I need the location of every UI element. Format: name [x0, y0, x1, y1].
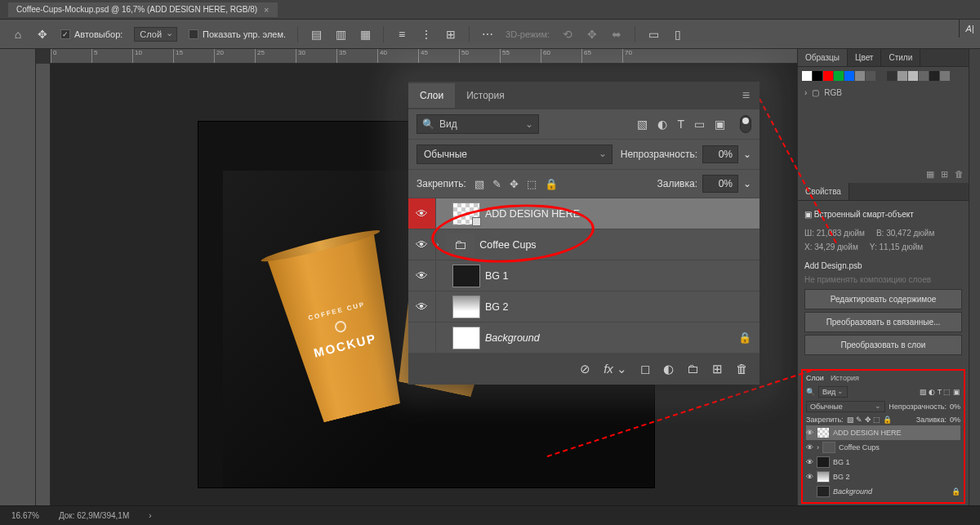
visibility-eye-icon[interactable]: 👁	[408, 323, 436, 353]
layer-row[interactable]: 👁BG 2	[408, 291, 760, 323]
filter-smart-icon[interactable]: ▣	[715, 118, 725, 131]
layer-row[interactable]: 👁BG 1	[408, 260, 760, 291]
tab-color[interactable]: Цвет	[848, 49, 881, 66]
orbit-3d-icon[interactable]: ⟲	[561, 28, 574, 41]
blend-mode-dropdown[interactable]: Обычные	[416, 145, 612, 164]
edit-contents-button[interactable]: Редактировать содержимое	[804, 289, 962, 309]
distribute-icon[interactable]: ⊞	[444, 28, 457, 41]
swatch[interactable]	[898, 71, 907, 81]
swatch[interactable]	[834, 71, 844, 81]
ruler-horizontal[interactable]: 0510152025303540455055606570	[51, 49, 797, 64]
convert-to-layers-button[interactable]: Преобразовать в слои	[804, 335, 962, 355]
swatch[interactable]	[855, 71, 865, 81]
doc-info[interactable]: Док: 62,9M/394,1M	[59, 511, 129, 520]
layer-effects-icon[interactable]: fx ⌄	[604, 362, 627, 376]
swatches-grid[interactable]	[798, 67, 969, 85]
layer-thumbnail[interactable]: 🗀	[447, 234, 474, 256]
tab-styles[interactable]: Стили	[881, 49, 920, 66]
adjustment-layer-icon[interactable]: ◐	[663, 362, 674, 376]
swatch[interactable]	[940, 71, 950, 81]
opacity-value[interactable]: 0%	[702, 145, 738, 163]
toolbox[interactable]	[0, 49, 36, 505]
fill-value[interactable]: 0%	[702, 175, 738, 193]
distribute-icon[interactable]: ⋮	[420, 28, 433, 41]
mini-blend-dropdown[interactable]: Обычные	[806, 401, 885, 412]
filter-pixel-icon[interactable]: ▧	[637, 118, 648, 131]
panel-icon[interactable]: ▦	[926, 169, 934, 180]
align-icon[interactable]: ▤	[310, 28, 323, 41]
chevron-right-icon[interactable]: ›	[804, 88, 807, 97]
convert-to-linked-button[interactable]: Преобразовать в связанные...	[804, 312, 962, 332]
layer-name[interactable]: BG 1	[485, 270, 509, 282]
chevron-down-icon[interactable]: ⌄	[743, 178, 751, 189]
pan-3d-icon[interactable]: ✥	[586, 28, 599, 41]
lock-position-icon[interactable]: ✥	[510, 178, 519, 190]
mini-tab-layers[interactable]: Слои	[806, 374, 824, 382]
layer-mask-icon[interactable]: ◻	[640, 362, 650, 376]
auto-select-target-dropdown[interactable]: Слой	[134, 27, 177, 42]
visibility-eye-icon[interactable]: 👁	[408, 291, 436, 322]
filter-toggle[interactable]	[740, 115, 751, 133]
align-icon[interactable]: ▥	[334, 28, 347, 41]
tab-layers[interactable]: Слои	[408, 83, 455, 108]
lock-pixel-icon[interactable]: ✎	[492, 178, 501, 190]
height-value[interactable]: 30,472 дюйм	[886, 229, 934, 238]
home-icon[interactable]: ⌂	[11, 28, 24, 41]
lock-all-icon[interactable]: 🔒	[545, 178, 558, 190]
swatch[interactable]	[887, 71, 897, 81]
new-icon[interactable]: ⊞	[941, 169, 948, 180]
document-tab[interactable]: Coffee-Cups-Mockup.psd @ 16,7% (ADD DESI…	[8, 2, 278, 17]
artboard-icon[interactable]: ▯	[671, 28, 684, 41]
ai-badge[interactable]: A|	[959, 20, 980, 38]
eye-icon[interactable]: 👁	[806, 458, 813, 466]
layer-name[interactable]: ADD DESIGN HERE	[485, 208, 580, 220]
artboard-icon[interactable]: ▭	[647, 28, 660, 41]
swatch[interactable]	[823, 71, 833, 81]
swatch[interactable]	[802, 71, 812, 81]
x-value[interactable]: 34,29 дюйм	[814, 242, 858, 251]
visibility-eye-icon[interactable]: 👁	[408, 198, 436, 229]
filter-adjust-icon[interactable]: ◐	[657, 118, 667, 131]
rgb-folder-label[interactable]: RGB	[824, 88, 842, 97]
slide-3d-icon[interactable]: ⬌	[610, 28, 623, 41]
y-value[interactable]: 11,15 дюйм	[880, 242, 924, 251]
swatch[interactable]	[813, 71, 822, 81]
align-icon[interactable]: ▦	[359, 28, 372, 41]
width-value[interactable]: 21,083 дюйм	[817, 229, 865, 238]
trash-icon[interactable]: 🗑	[955, 169, 964, 180]
layer-name[interactable]: Background	[485, 332, 540, 344]
layer-kind-dropdown[interactable]: 🔍 Вид	[416, 114, 539, 134]
visibility-eye-icon[interactable]: 👁	[408, 260, 436, 291]
chevron-right-icon[interactable]: ›	[436, 240, 439, 249]
layer-row[interactable]: 👁Background🔒	[408, 323, 760, 354]
mini-tab-history[interactable]: История	[831, 374, 859, 382]
visibility-eye-icon[interactable]: 👁	[408, 229, 436, 260]
chevron-right-icon[interactable]: ›	[149, 511, 151, 520]
layer-thumbnail[interactable]	[452, 327, 480, 349]
overflow-icon[interactable]: ⋯	[481, 28, 494, 41]
folder-icon[interactable]: ▢	[812, 88, 819, 97]
panel-menu-icon[interactable]: ≡	[733, 82, 760, 109]
layer-thumbnail[interactable]	[452, 202, 480, 225]
tab-history[interactable]: История	[455, 83, 516, 108]
swatch[interactable]	[866, 71, 875, 81]
eye-icon[interactable]: 👁	[806, 443, 813, 452]
tab-swatches[interactable]: Образцы	[798, 49, 848, 66]
close-tab-icon[interactable]: ×	[264, 5, 269, 15]
zoom-value[interactable]: 16.67%	[11, 511, 39, 520]
link-layers-icon[interactable]: ⊘	[580, 362, 590, 376]
filter-type-icon[interactable]: T	[677, 118, 684, 131]
layer-name[interactable]: Coffee Cups	[479, 239, 536, 251]
filter-shape-icon[interactable]: ▭	[694, 118, 705, 131]
show-controls-checkbox[interactable]: Показать упр. элем.	[189, 29, 286, 39]
collapsed-panel-strip[interactable]	[969, 49, 980, 505]
layer-name[interactable]: BG 2	[485, 301, 509, 313]
lock-artboard-icon[interactable]: ⬚	[527, 178, 537, 190]
layer-row[interactable]: 👁›🗀Coffee Cups	[408, 229, 760, 260]
tab-properties[interactable]: Свойства	[798, 183, 849, 200]
delete-layer-icon[interactable]: 🗑	[736, 362, 748, 376]
new-group-icon[interactable]: 🗀	[687, 362, 699, 376]
lock-transparency-icon[interactable]: ▧	[474, 178, 484, 190]
swatch[interactable]	[876, 71, 886, 81]
swatch[interactable]	[844, 71, 854, 81]
